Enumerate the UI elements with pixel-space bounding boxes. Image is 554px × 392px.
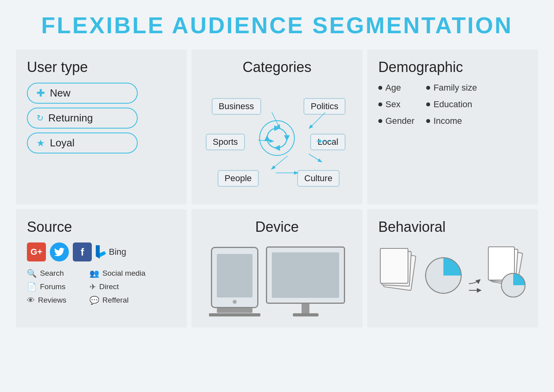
source-heading: Source <box>27 219 176 235</box>
demo-col-right: Family size Education Income <box>426 83 477 126</box>
reviews-icon: 👁 <box>27 296 35 305</box>
social-icon: 👥 <box>89 269 99 278</box>
device-heading: Device <box>203 219 351 235</box>
demo-family-label: Family size <box>433 83 477 93</box>
user-type-badges: ✚ New ↻ Returning ★ Loyal <box>27 83 176 153</box>
demo-income-label: Income <box>433 116 462 126</box>
behavioral-illustration <box>378 246 524 298</box>
star-icon: ★ <box>36 138 45 149</box>
source-forums-label: Forums <box>40 282 65 291</box>
badge-returning-label: Returning <box>48 112 93 124</box>
demographic-cell: Demographic Age Sex Gender <box>367 49 538 205</box>
bullet-sex <box>378 102 382 106</box>
bullet-income <box>426 119 430 123</box>
behavioral-arrows <box>469 278 483 293</box>
svg-line-7 <box>309 154 321 162</box>
cat-sports: Sports <box>206 134 245 150</box>
google-plus-icon: G+ <box>27 242 46 261</box>
behavioral-heading: Behavioral <box>378 219 527 235</box>
device-illustration <box>203 246 351 316</box>
device-cell: Device <box>192 209 362 328</box>
source-cell: Source G+ f Bing 🔍 Search 👥 Social media… <box>16 209 187 328</box>
demo-age: Age <box>378 83 414 93</box>
source-forums: 📄 Forums <box>27 282 83 292</box>
source-search-label: Search <box>40 269 64 278</box>
demo-gender: Gender <box>378 116 414 126</box>
document-stack-left <box>378 246 418 298</box>
categories-heading: Categories <box>203 59 351 76</box>
user-type-cell: User type ✚ New ↻ Returning ★ Loyal <box>16 49 187 205</box>
demo-education: Education <box>426 99 477 110</box>
badge-new[interactable]: ✚ New <box>27 83 138 104</box>
badge-loyal-label: Loyal <box>50 137 74 149</box>
behavioral-cell: Behavioral <box>367 209 538 328</box>
tablet-device <box>209 247 260 316</box>
source-links-grid: 🔍 Search 👥 Social media 📄 Forums ✈ Direc… <box>27 269 146 305</box>
demo-sex: Sex <box>378 99 414 110</box>
demo-education-label: Education <box>433 99 472 110</box>
forums-icon: 📄 <box>27 282 37 292</box>
badge-new-label: New <box>50 87 70 99</box>
monitor-device <box>266 246 345 316</box>
search-icon: 🔍 <box>27 269 37 278</box>
source-direct: ✈ Direct <box>89 282 146 292</box>
demo-gender-label: Gender <box>385 116 414 126</box>
cat-politics: Politics <box>304 98 345 115</box>
bullet-education <box>426 102 430 106</box>
document-stack-right <box>488 246 524 298</box>
bullet-gender <box>378 119 382 123</box>
cat-local: Local <box>310 134 345 150</box>
cat-people: People <box>218 170 259 187</box>
categories-center-circle <box>259 120 295 156</box>
facebook-icon: f <box>73 242 92 261</box>
main-grid: User type ✚ New ↻ Returning ★ Loyal Cate… <box>16 49 538 328</box>
source-direct-label: Direct <box>99 282 119 291</box>
source-platform-icons: G+ f Bing <box>27 242 126 261</box>
svg-line-6 <box>272 156 288 169</box>
source-social: 👥 Social media <box>89 269 146 278</box>
demographic-columns: Age Sex Gender Family size Edu <box>378 83 527 126</box>
twitter-icon <box>50 242 69 261</box>
cat-culture: Culture <box>297 170 340 187</box>
pie-chart-left <box>423 255 464 298</box>
arrow-right-2 <box>469 288 483 293</box>
source-search: 🔍 Search <box>27 269 83 278</box>
bullet-family <box>426 86 430 90</box>
demo-income: Income <box>426 116 477 126</box>
bullet-age <box>378 86 382 90</box>
demo-family: Family size <box>426 83 477 93</box>
bing-icon: Bing <box>96 245 126 259</box>
source-referral-label: Refferal <box>102 296 129 305</box>
badge-loyal[interactable]: ★ Loyal <box>27 133 138 153</box>
user-type-heading: User type <box>27 59 176 76</box>
direct-icon: ✈ <box>89 282 96 292</box>
circular-arrows-icon <box>263 124 291 152</box>
referral-icon: 💬 <box>89 295 99 305</box>
categories-diagram: Business Politics Sports Local People Cu… <box>203 83 351 193</box>
page-title: FLEXIBLE AUDIENCE SEGMENTATION <box>41 12 513 38</box>
arrow-right-1 <box>469 278 483 285</box>
source-reviews-label: Reviews <box>38 296 66 305</box>
pie-chart-small <box>499 271 527 301</box>
plus-icon: ✚ <box>36 87 45 99</box>
source-referral: 💬 Refferal <box>89 295 146 305</box>
source-reviews: 👁 Reviews <box>27 295 83 305</box>
cat-business: Business <box>212 98 261 115</box>
badge-returning[interactable]: ↻ Returning <box>27 108 138 129</box>
demo-col-left: Age Sex Gender <box>378 83 414 126</box>
refresh-icon: ↻ <box>36 113 44 123</box>
categories-cell: Categories Business Politics <box>192 49 362 205</box>
demographic-heading: Demographic <box>378 59 527 76</box>
source-social-label: Social media <box>102 269 146 278</box>
demo-age-label: Age <box>385 83 401 93</box>
demo-sex-label: Sex <box>385 99 400 110</box>
